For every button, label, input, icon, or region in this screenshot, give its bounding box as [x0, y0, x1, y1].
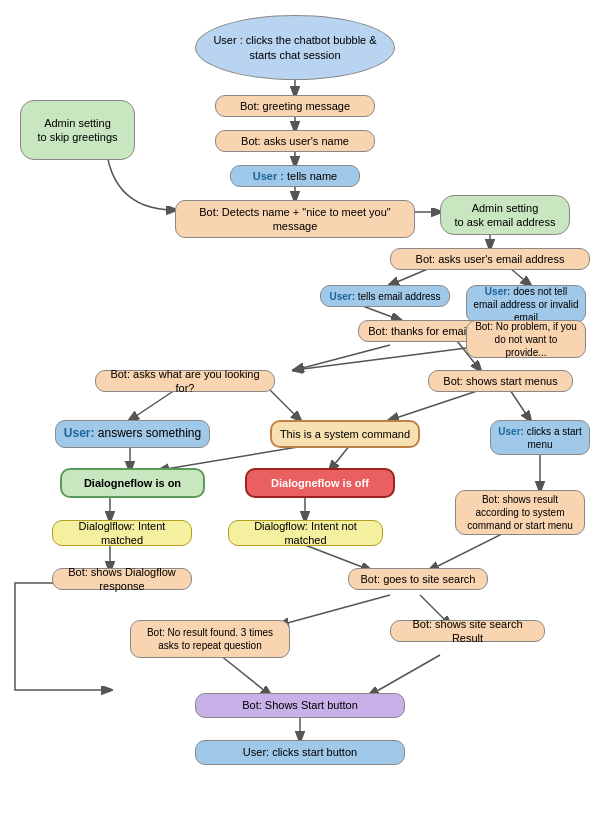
node-dialogflow-matched: Dialoglflow: Intent matched	[52, 520, 192, 546]
svg-line-19	[330, 445, 350, 470]
svg-line-26	[430, 530, 510, 570]
svg-line-27	[280, 595, 390, 625]
node-start: User : clicks the chatbot bubble & start…	[195, 15, 395, 80]
node-admin-email: Admin setting to ask email address	[440, 195, 570, 235]
node-bot-result-command: Bot: shows result according to system co…	[455, 490, 585, 535]
svg-line-16	[390, 390, 480, 420]
node-bot-no-problem: Bot: No problem, if you do not want to p…	[466, 320, 586, 358]
svg-line-8	[510, 268, 530, 285]
node-bot-site-search: Bot: goes to site search	[348, 568, 488, 590]
svg-line-20	[160, 445, 310, 470]
svg-line-7	[390, 268, 430, 285]
node-bot-greeting: Bot: greeting message	[215, 95, 375, 117]
node-user-no-email: User: does not tell email address or inv…	[466, 285, 586, 323]
node-user-tells-name: User : tells name	[230, 165, 360, 187]
node-bot-shows-menus: Bot: shows start menus	[428, 370, 573, 392]
node-admin-skip: Admin setting to skip greetings	[20, 100, 135, 160]
node-bot-asks-name: Bot: asks user's name	[215, 130, 375, 152]
node-bot-asks-email: Bot: asks user's email address	[390, 248, 590, 270]
node-bot-asks-looking: Bot: asks what are you looking for?	[95, 370, 275, 392]
svg-line-17	[510, 390, 530, 420]
svg-line-9	[360, 305, 400, 320]
node-user-clicks-menu: User: clicks a start menu	[490, 420, 590, 455]
node-user-tells-email: User: tells email address	[320, 285, 450, 307]
svg-line-11	[295, 345, 390, 370]
svg-line-30	[370, 655, 440, 695]
node-dialogflow-on: Dialogneflow is on	[60, 468, 205, 498]
svg-line-25	[305, 545, 370, 570]
node-user-clicks-start: User: clicks start button	[195, 740, 405, 765]
node-bot-no-result: Bot: No result found. 3 times asks to re…	[130, 620, 290, 658]
node-bot-site-result: Bot: shows site search Result	[390, 620, 545, 642]
svg-line-12	[295, 345, 490, 370]
flowchart-diagram: User : clicks the chatbot bubble & start…	[0, 0, 600, 816]
svg-line-29	[220, 655, 270, 695]
node-bot-start-button: Bot: Shows Start button	[195, 693, 405, 718]
svg-line-15	[270, 390, 300, 420]
node-dialogflow-off: Dialogneflow is off	[245, 468, 395, 498]
node-bot-detects-name: Bot: Detects name + "nice to meet you" m…	[175, 200, 415, 238]
node-dialogflow-not-matched: Dialogflow: Intent not matched	[228, 520, 383, 546]
node-bot-dialogflow-response: Bot: shows Dialogflow response	[52, 568, 192, 590]
node-user-answers: User: answers something	[55, 420, 210, 448]
node-system-command: This is a system command	[270, 420, 420, 448]
